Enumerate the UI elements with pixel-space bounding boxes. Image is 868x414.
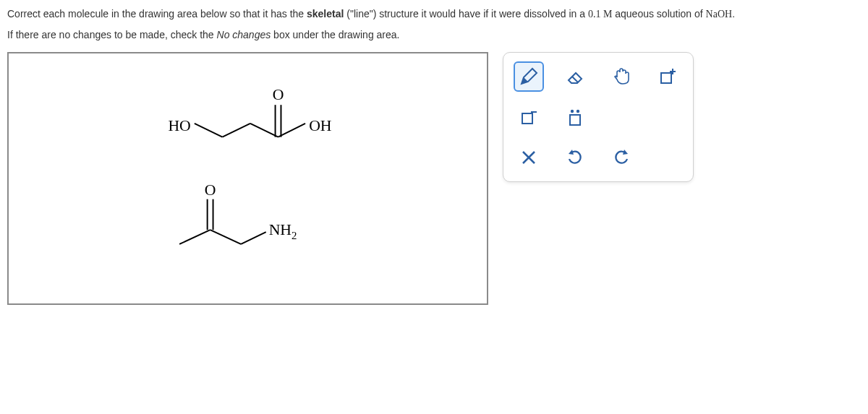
label-o1: O bbox=[273, 86, 284, 103]
drawing-area[interactable]: HO O OH O NH2 No changes. bbox=[7, 52, 488, 305]
tool-group bbox=[503, 52, 694, 182]
label-oh: OH bbox=[309, 117, 332, 134]
pencil-icon bbox=[518, 66, 540, 87]
q-text-1g: . bbox=[732, 8, 735, 20]
redo-tool[interactable] bbox=[606, 142, 637, 173]
svg-line-0 bbox=[195, 124, 223, 137]
question-line-1: Correct each molecule in the drawing are… bbox=[7, 6, 861, 22]
q-text-2a: If there are no changes to be made, chec… bbox=[7, 29, 217, 40]
hand-tool[interactable] bbox=[606, 61, 637, 92]
q-text-2c: box under the drawing area. bbox=[271, 29, 399, 40]
label-nh2: NH2 bbox=[269, 221, 297, 241]
plus-charge-tool[interactable] bbox=[652, 61, 683, 92]
svg-line-8 bbox=[241, 232, 266, 244]
label-ho: HO bbox=[168, 117, 190, 134]
svg-line-1 bbox=[222, 124, 250, 137]
svg-rect-15 bbox=[522, 113, 532, 124]
q-text-1d: 0.1 M bbox=[588, 9, 612, 20]
q-text-1b: skeletal bbox=[307, 8, 344, 20]
svg-line-2 bbox=[250, 124, 278, 137]
undo-tool[interactable] bbox=[560, 142, 590, 173]
q-text-1f: NaOH bbox=[706, 9, 733, 20]
svg-line-7 bbox=[210, 230, 242, 244]
label-o2: O bbox=[205, 181, 216, 199]
molecule-canvas: HO O OH O NH2 bbox=[9, 53, 487, 303]
svg-point-18 bbox=[576, 110, 579, 113]
svg-line-11 bbox=[572, 77, 578, 82]
undo-icon bbox=[565, 147, 585, 168]
toolbar bbox=[503, 52, 694, 305]
svg-rect-19 bbox=[570, 115, 580, 125]
eraser-tool[interactable] bbox=[560, 61, 590, 92]
redo-icon bbox=[611, 147, 631, 168]
q-text-2b: No changes bbox=[217, 29, 271, 40]
minus-charge-icon bbox=[518, 106, 540, 128]
pencil-tool[interactable] bbox=[514, 61, 544, 92]
lone-pair-icon bbox=[564, 106, 586, 128]
svg-rect-12 bbox=[661, 73, 671, 83]
minus-charge-tool[interactable] bbox=[514, 102, 544, 132]
question-line-2: If there are no changes to be made, chec… bbox=[7, 27, 861, 43]
q-text-1a: Correct each molecule in the drawing are… bbox=[7, 8, 307, 20]
plus-charge-icon bbox=[657, 66, 678, 87]
clear-icon bbox=[519, 148, 538, 167]
svg-line-3 bbox=[278, 124, 306, 137]
hand-icon bbox=[610, 66, 632, 87]
svg-line-6 bbox=[179, 230, 210, 244]
svg-point-17 bbox=[571, 110, 574, 113]
lone-pair-tool[interactable] bbox=[560, 102, 590, 132]
clear-tool[interactable] bbox=[514, 142, 544, 173]
q-text-1e: aqueous solution of bbox=[612, 8, 705, 20]
eraser-icon bbox=[564, 66, 586, 87]
q-text-1c: ("line") structure it would have if it w… bbox=[344, 8, 588, 20]
